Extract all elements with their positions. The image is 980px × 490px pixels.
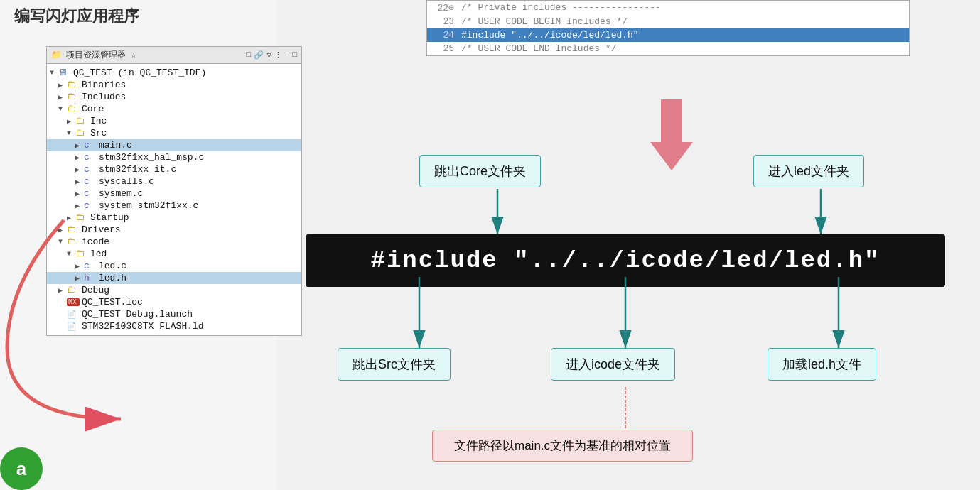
ledh-label: led.h <box>99 273 126 283</box>
ann-load-ledh-text: 加载led.h文件 <box>782 357 861 371</box>
launch-label: QC_TEST Debug.launch <box>82 309 193 320</box>
mainc-label: main.c <box>99 140 132 151</box>
inc-arrow: ▶ <box>67 117 75 126</box>
tree-sysmem[interactable]: ▶ c sysmem.c <box>47 187 301 200</box>
code-panel: 22⊕ /* Private includes ----------------… <box>426 0 910 56</box>
tree-mainc[interactable]: ▶ c main.c <box>47 139 301 151</box>
tree-ld[interactable]: ▶ 📄 STM32F103C8TX_FLASH.ld <box>47 320 301 332</box>
drivers-arrow: ▶ <box>58 226 67 234</box>
mainc-arrow: ▶ <box>75 141 84 150</box>
hal-msp-icon: c <box>84 152 97 163</box>
green-circle-label: a <box>16 458 26 480</box>
tree-ctrl-min[interactable]: — <box>285 50 290 60</box>
ld-label: STM32F103C8TX_FLASH.ld <box>82 321 204 332</box>
code-line-24: 24 #include "../../icode/led/led.h" <box>427 28 909 42</box>
tree-icode[interactable]: ▼ 🗀 icode <box>47 236 301 248</box>
tree-binaries[interactable]: ▶ 🗀 Binaries <box>47 79 301 91</box>
launch-icon: 📄 <box>67 310 80 319</box>
icode-folder-icon: 🗀 <box>67 236 80 247</box>
tree-startup[interactable]: ▶ 🗀 Startup <box>47 212 301 224</box>
ann-enter-icode-text: 进入icode文件夹 <box>566 357 660 371</box>
green-circle: a <box>0 447 43 490</box>
ledh-icon: h <box>84 273 97 283</box>
root-icon: 🖥 <box>58 67 71 78</box>
root-arrow: ▼ <box>50 69 58 77</box>
it-c-icon: c <box>84 164 97 175</box>
drivers-label: Drivers <box>82 224 121 235</box>
debug-arrow: ▶ <box>58 286 67 295</box>
tree-hal-msp[interactable]: ▶ c stm32f1xx_hal_msp.c <box>47 151 301 163</box>
tree-src[interactable]: ▼ 🗀 Src <box>47 127 301 139</box>
svg-marker-3 <box>650 99 693 170</box>
hal-msp-label: stm32f1xx_hal_msp.c <box>99 152 204 163</box>
tree-ctrl-filter[interactable]: ▽ <box>266 50 271 60</box>
tree-body: ▼ 🖥 QC_TEST (in QC_TEST_IDE) ▶ 🗀 Binarie… <box>47 64 301 335</box>
tree-header: 📁 项目资源管理器 ☆ □ 🔗 ▽ ⋮ — □ <box>47 47 301 64</box>
code-line-23: 23 /* USER CODE BEGIN Includes */ <box>427 15 909 28</box>
code-text-25: /* USER CODE END Includes */ <box>461 43 616 54</box>
sysmem-icon: c <box>84 188 97 199</box>
inc-folder-icon: 🗀 <box>75 116 88 126</box>
icode-arrow: ▼ <box>58 238 67 246</box>
syscalls-label: syscalls.c <box>99 176 154 187</box>
system-c-arrow: ▶ <box>75 202 84 210</box>
tree-ledc[interactable]: ▶ c led.c <box>47 260 301 272</box>
ann-jump-src: 跳出Src文件夹 <box>338 348 451 381</box>
tree-header-icon: 📁 <box>51 50 62 60</box>
tree-drivers[interactable]: ▶ 🗀 Drivers <box>47 224 301 236</box>
file-tree-panel: 📁 项目资源管理器 ☆ □ 🔗 ▽ ⋮ — □ ▼ 🖥 QC_TEST (in … <box>46 46 302 336</box>
code-text-22: /* Private includes ---------------- <box>461 2 661 13</box>
ann-jump-core-text: 跳出Core文件夹 <box>434 164 526 178</box>
ledc-label: led.c <box>99 261 126 271</box>
code-text-24: #include "../../icode/led/led.h" <box>461 30 639 40</box>
tree-ctrl-close[interactable]: □ <box>292 50 297 60</box>
line-num-23: 23 <box>433 16 454 27</box>
it-c-arrow: ▶ <box>75 165 84 174</box>
ann-load-ledh: 加载led.h文件 <box>768 348 876 381</box>
line-num-25: 25 <box>433 43 454 54</box>
tree-header-controls: □ 🔗 ▽ ⋮ — □ <box>247 50 297 60</box>
tree-ctrl-dots[interactable]: ⋮ <box>274 50 282 60</box>
ledh-arrow: ▶ <box>75 274 84 283</box>
system-c-icon: c <box>84 200 97 211</box>
tree-launch[interactable]: ▶ 📄 QC_TEST Debug.launch <box>47 308 301 320</box>
tree-ctrl-link[interactable]: 🔗 <box>254 50 264 60</box>
core-arrow: ▼ <box>58 105 67 113</box>
inc-label: Inc <box>90 116 107 126</box>
ledc-icon: c <box>84 261 97 271</box>
tree-led-folder[interactable]: ▼ 🗀 led <box>47 248 301 260</box>
system-c-label: system_stm32f1xx.c <box>99 200 198 211</box>
tree-root[interactable]: ▼ 🖥 QC_TEST (in QC_TEST_IDE) <box>47 67 301 79</box>
ann-jump-core: 跳出Core文件夹 <box>419 155 541 187</box>
code-line-25: 25 /* USER CODE END Includes */ <box>427 42 909 55</box>
includes-arrow: ▶ <box>58 93 67 102</box>
tree-system-c[interactable]: ▶ c system_stm32f1xx.c <box>47 200 301 212</box>
tree-debug[interactable]: ▶ 🗀 Debug <box>47 284 301 296</box>
debug-label: Debug <box>82 285 109 295</box>
code-text-23: /* USER CODE BEGIN Includes */ <box>461 16 628 27</box>
syscalls-icon: c <box>84 176 97 187</box>
led-folder-arrow: ▼ <box>67 250 75 258</box>
icode-label: icode <box>82 236 109 247</box>
tree-includes[interactable]: ▶ 🗀 Includes <box>47 91 301 103</box>
tree-syscalls[interactable]: ▶ c syscalls.c <box>47 175 301 187</box>
tree-ctrl-save[interactable]: □ <box>247 50 252 60</box>
ann-enter-icode: 进入icode文件夹 <box>551 348 675 381</box>
sysmem-arrow: ▶ <box>75 190 84 198</box>
tree-ledh[interactable]: ▶ h led.h <box>47 272 301 284</box>
debug-folder-icon: 🗀 <box>67 285 80 295</box>
tree-core[interactable]: ▼ 🗀 Core <box>47 103 301 115</box>
tree-ioc[interactable]: ▶ MX QC_TEST.ioc <box>47 296 301 308</box>
tree-it-c[interactable]: ▶ c stm32f1xx_it.c <box>47 163 301 175</box>
tree-inc[interactable]: ▶ 🗀 Inc <box>47 115 301 127</box>
ioc-icon: MX <box>67 298 80 306</box>
root-label: QC_TEST (in QC_TEST_IDE) <box>73 67 206 78</box>
it-c-label: stm32f1xx_it.c <box>99 164 176 175</box>
line-num-22: 22⊕ <box>433 2 454 13</box>
hal-msp-arrow: ▶ <box>75 153 84 162</box>
ioc-label: QC_TEST.ioc <box>82 297 143 307</box>
syscalls-arrow: ▶ <box>75 178 84 186</box>
include-bar: #include "../../icode/led/led.h" <box>306 234 945 287</box>
page-title: 编写闪灯应用程序 <box>14 6 139 27</box>
sysmem-label: sysmem.c <box>99 188 143 199</box>
